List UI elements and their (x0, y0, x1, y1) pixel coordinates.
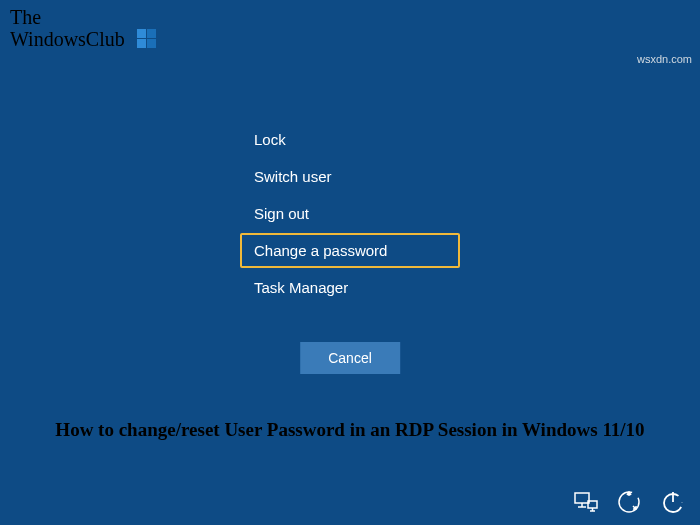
menu-item-change-password[interactable]: Change a password (240, 233, 460, 268)
menu-item-lock[interactable]: Lock (240, 122, 460, 157)
logo-line2: WindowsClub (10, 28, 125, 50)
svg-rect-4 (575, 493, 589, 503)
menu-item-sign-out[interactable]: Sign out (240, 196, 460, 231)
svg-rect-2 (137, 39, 146, 48)
article-caption: How to change/reset User Password in an … (0, 418, 700, 443)
windows-logo-icon (136, 28, 158, 54)
site-logo: The WindowsClub (10, 6, 158, 54)
svg-rect-3 (147, 39, 156, 48)
logo-line1: The (10, 6, 158, 28)
bottom-icon-bar (572, 489, 686, 515)
menu-item-switch-user[interactable]: Switch user (240, 159, 460, 194)
ease-of-access-icon[interactable] (616, 489, 642, 515)
watermark-text: wsxdn.com (637, 53, 692, 65)
cancel-button[interactable]: Cancel (300, 342, 400, 374)
power-icon[interactable] (660, 489, 686, 515)
svg-rect-1 (147, 29, 156, 38)
network-icon[interactable] (572, 489, 598, 515)
security-menu: Lock Switch user Sign out Change a passw… (240, 122, 460, 307)
svg-rect-0 (137, 29, 146, 38)
menu-item-task-manager[interactable]: Task Manager (240, 270, 460, 305)
